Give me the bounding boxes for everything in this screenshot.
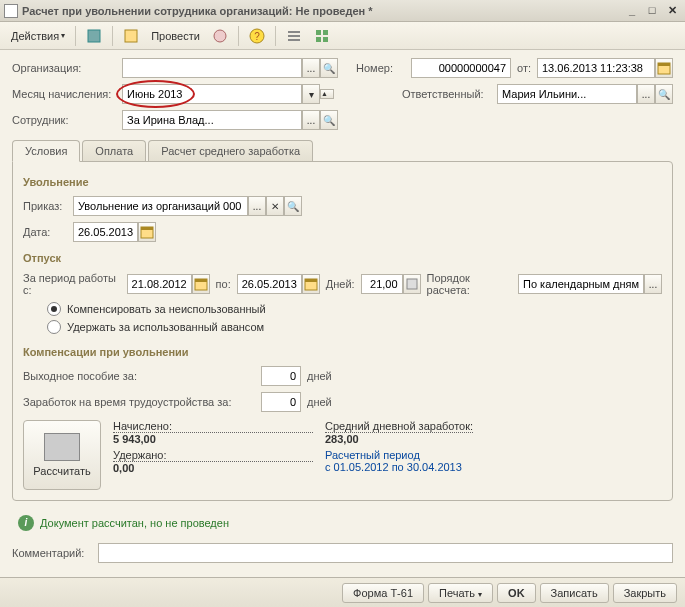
period-from-calendar-icon[interactable]	[192, 274, 210, 294]
emp-label: Сотрудник:	[12, 114, 122, 126]
maximize-icon[interactable]: □	[643, 3, 661, 19]
tab-avg-calc[interactable]: Расчет среднего заработка	[148, 140, 313, 161]
org-ellipsis-button[interactable]: ...	[302, 58, 320, 78]
emp-input[interactable]	[122, 110, 302, 130]
minimize-icon[interactable]: _	[623, 3, 641, 19]
number-label: Номер:	[356, 62, 411, 74]
radio-checked-icon	[47, 302, 61, 316]
svg-rect-15	[141, 227, 153, 230]
svg-rect-9	[323, 30, 328, 35]
earn-unit: дней	[307, 396, 332, 408]
svg-text:?: ?	[254, 31, 260, 42]
from-label: от:	[517, 62, 531, 74]
month-label: Месяц начисления:	[12, 88, 122, 100]
svg-rect-10	[316, 37, 321, 42]
svg-rect-7	[288, 39, 300, 41]
toolbar-icon-1[interactable]	[81, 25, 107, 47]
calendar-icon[interactable]	[655, 58, 673, 78]
svg-rect-13	[658, 63, 670, 66]
order-search-icon[interactable]: 🔍	[284, 196, 302, 216]
comment-label: Комментарий:	[12, 547, 98, 559]
help-icon[interactable]: ?	[244, 25, 270, 47]
svg-point-2	[214, 30, 226, 42]
order-ellipsis-button[interactable]: ...	[248, 196, 266, 216]
order-clear-icon[interactable]: ✕	[266, 196, 284, 216]
dism-calendar-icon[interactable]	[138, 222, 156, 242]
toolbar-icon-4[interactable]	[281, 25, 307, 47]
withheld-label: Удержано:	[113, 449, 313, 462]
radio-withhold[interactable]: Удержать за использованный авансом	[47, 320, 662, 334]
status-text: Документ рассчитан, но не проведен	[40, 517, 229, 529]
toolbar-icon-3[interactable]	[207, 25, 233, 47]
actions-menu[interactable]: Действия ▾	[6, 25, 70, 47]
days-input[interactable]	[361, 274, 403, 294]
month-dropdown-icon[interactable]: ▾	[302, 84, 320, 104]
sev-label: Выходное пособие за:	[23, 370, 261, 382]
svg-rect-17	[195, 279, 207, 282]
calculator-icon	[44, 433, 80, 461]
period-to-label: по:	[216, 278, 231, 290]
avg-value: 283,00	[325, 433, 473, 445]
comment-input[interactable]	[98, 543, 673, 563]
dism-date-input[interactable]	[73, 222, 138, 242]
emp-ellipsis-button[interactable]: ...	[302, 110, 320, 130]
toolbar-icon-2[interactable]	[118, 25, 144, 47]
comp-title: Компенсации при увольнении	[23, 346, 662, 358]
resp-input[interactable]	[497, 84, 637, 104]
resp-ellipsis-button[interactable]: ...	[637, 84, 655, 104]
withheld-value: 0,00	[113, 462, 313, 474]
accrued-value: 5 943,00	[113, 433, 313, 445]
save-button[interactable]: Записать	[540, 583, 609, 603]
calc-order-ellipsis-button[interactable]: ...	[644, 274, 662, 294]
toolbar-icon-5[interactable]	[309, 25, 335, 47]
period-to-calendar-icon[interactable]	[302, 274, 320, 294]
info-icon: i	[18, 515, 34, 531]
window-title: Расчет при увольнении сотрудника организ…	[22, 5, 623, 17]
calc-period-value[interactable]: с 01.05.2012 по 30.04.2013	[325, 461, 473, 473]
emp-search-icon[interactable]: 🔍	[320, 110, 338, 130]
provesti-button[interactable]: Провести	[146, 25, 205, 47]
vacation-title: Отпуск	[23, 252, 662, 264]
tab-conditions[interactable]: Условия	[12, 140, 80, 162]
svg-rect-19	[305, 279, 317, 282]
number-input[interactable]	[411, 58, 511, 78]
date-input[interactable]	[537, 58, 655, 78]
calc-period-link[interactable]: Расчетный период	[325, 449, 473, 461]
order-input[interactable]	[73, 196, 248, 216]
close-button[interactable]: Закрыть	[613, 583, 677, 603]
org-input[interactable]	[122, 58, 302, 78]
calc-order-input[interactable]	[518, 274, 644, 294]
svg-rect-5	[288, 31, 300, 33]
sev-unit: дней	[307, 370, 332, 382]
ok-button[interactable]: OK	[497, 583, 536, 603]
tab-payment[interactable]: Оплата	[82, 140, 146, 161]
dism-date-label: Дата:	[23, 226, 73, 238]
resp-label: Ответственный:	[402, 88, 497, 100]
app-icon	[4, 4, 18, 18]
radio-unchecked-icon	[47, 320, 61, 334]
radio-compensate[interactable]: Компенсировать за неиспользованный	[47, 302, 662, 316]
org-label: Организация:	[12, 62, 122, 74]
close-icon[interactable]: ✕	[663, 3, 681, 19]
sev-input[interactable]	[261, 366, 301, 386]
calc-order-label: Порядок расчета:	[427, 272, 512, 296]
days-calc-icon[interactable]	[403, 274, 421, 294]
svg-rect-20	[407, 279, 417, 289]
calculate-button[interactable]: Рассчитать	[23, 420, 101, 490]
month-up-icon[interactable]: ▲	[320, 89, 334, 99]
form-t61-button[interactable]: Форма Т-61	[342, 583, 424, 603]
svg-rect-0	[88, 30, 100, 42]
earn-input[interactable]	[261, 392, 301, 412]
svg-rect-6	[288, 35, 300, 37]
month-input[interactable]	[122, 84, 302, 104]
order-label: Приказ:	[23, 200, 73, 212]
svg-rect-8	[316, 30, 321, 35]
svg-rect-1	[125, 30, 137, 42]
print-button[interactable]: Печать ▾	[428, 583, 493, 603]
org-search-icon[interactable]: 🔍	[320, 58, 338, 78]
period-to-input[interactable]	[237, 274, 302, 294]
period-from-input[interactable]	[127, 274, 192, 294]
svg-rect-11	[323, 37, 328, 42]
period-label: За период работы с:	[23, 272, 123, 296]
resp-search-icon[interactable]: 🔍	[655, 84, 673, 104]
